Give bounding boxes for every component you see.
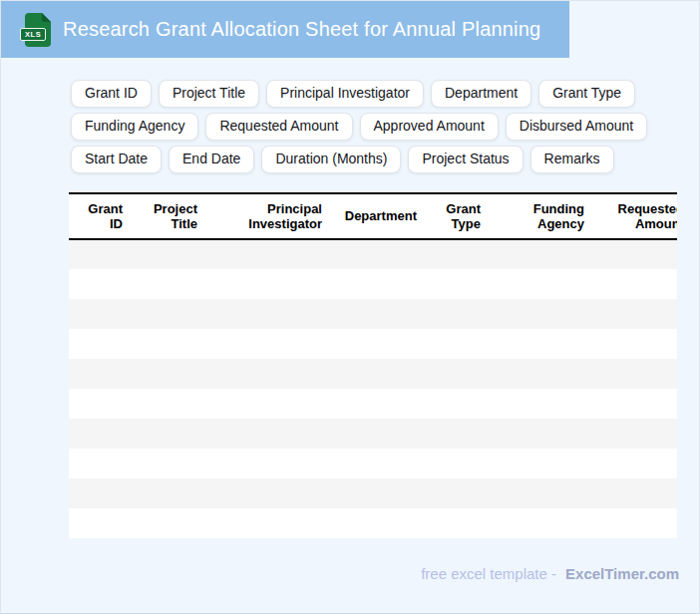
table-row (69, 239, 677, 269)
table-cell (69, 419, 126, 449)
table-cell (126, 359, 200, 389)
table-cell (126, 329, 200, 359)
table-row (69, 389, 677, 419)
column-chip: Remarks (530, 146, 614, 173)
footer-brand-link[interactable]: ExcelTimer.com (565, 565, 679, 582)
column-chip: Principal Investigator (266, 80, 424, 108)
table-row (69, 449, 677, 478)
table-cell (420, 508, 484, 538)
table-cell (420, 239, 484, 269)
column-chip: Department (431, 80, 531, 108)
column-header: GrantID (69, 193, 126, 239)
column-chip: End Date (169, 146, 254, 173)
table-cell (200, 419, 325, 449)
table-cell (325, 449, 420, 478)
table-cell (69, 478, 126, 508)
table-cell (325, 329, 420, 359)
table-cell (126, 389, 200, 419)
table-cell (420, 419, 484, 449)
table-cell (69, 239, 126, 269)
table-cell (484, 359, 587, 389)
table-cell (200, 269, 325, 299)
template-preview-page: XLS Research Grant Allocation Sheet for … (0, 0, 700, 614)
table-cell (69, 359, 126, 389)
table-cell (200, 449, 325, 478)
table-row (69, 329, 677, 359)
table-header-row: GrantIDProjectTitlePrincipalInvestigator… (69, 193, 677, 239)
table-cell (587, 508, 677, 538)
table-cell (200, 508, 325, 538)
grant-table-container: GrantIDProjectTitlePrincipalInvestigator… (69, 192, 677, 538)
table-cell (126, 239, 200, 269)
table-cell (484, 299, 587, 329)
table-cell (484, 419, 587, 449)
table-cell (126, 299, 200, 329)
chip-row: Grant IDProject TitlePrincipal Investiga… (71, 80, 647, 108)
column-header: PrincipalInvestigator (200, 193, 325, 239)
table-cell (484, 508, 587, 538)
table-cell (587, 329, 677, 359)
table-cell (200, 239, 325, 269)
table-cell (325, 389, 420, 419)
table-cell (69, 269, 126, 299)
column-header: ProjectTitle (126, 193, 200, 239)
table-cell (325, 478, 420, 508)
table-cell (484, 478, 587, 508)
footer-tagline: free excel template - (421, 565, 556, 582)
table-cell (325, 299, 420, 329)
table-row (69, 269, 677, 299)
page-title: Research Grant Allocation Sheet for Annu… (63, 18, 540, 41)
table-cell (126, 419, 200, 449)
table-cell (200, 329, 325, 359)
column-header: RequestedAmount (587, 193, 677, 239)
table-cell (325, 239, 420, 269)
column-chip: Grant ID (71, 80, 152, 108)
column-chip: Duration (Months) (261, 146, 401, 173)
table-cell (200, 359, 325, 389)
table-cell (587, 239, 677, 269)
grant-table: GrantIDProjectTitlePrincipalInvestigator… (69, 192, 677, 538)
table-cell (126, 478, 200, 508)
table-cell (587, 269, 677, 299)
table-cell (484, 269, 587, 299)
column-chip: Project Title (159, 80, 259, 108)
column-chip: Funding Agency (71, 113, 198, 141)
chip-row: Start DateEnd DateDuration (Months)Proje… (71, 146, 647, 173)
header-banner: XLS Research Grant Allocation Sheet for … (1, 1, 569, 58)
table-cell (325, 269, 420, 299)
footer: free excel template - ExcelTimer.com (421, 565, 679, 582)
table-cell (484, 389, 587, 419)
table-cell (587, 299, 677, 329)
table-cell (200, 478, 325, 508)
table-row (69, 478, 677, 508)
table-cell (69, 508, 126, 538)
column-chip: Requested Amount (205, 113, 352, 141)
table-cell (587, 419, 677, 449)
table-cell (126, 449, 200, 478)
table-cell (420, 329, 484, 359)
table-cell (69, 329, 126, 359)
column-header: FundingAgency (484, 193, 587, 239)
table-cell (587, 359, 677, 389)
table-cell (69, 389, 126, 419)
table-cell (325, 419, 420, 449)
table-cell (420, 389, 484, 419)
column-chip: Project Status (408, 146, 523, 173)
table-row (69, 299, 677, 329)
xls-file-icon: XLS (25, 13, 51, 47)
table-cell (420, 299, 484, 329)
table-row (69, 419, 677, 449)
table-cell (484, 239, 587, 269)
table-cell (420, 449, 484, 478)
table-cell (325, 508, 420, 538)
table-row (69, 359, 677, 389)
table-row (69, 508, 677, 538)
chip-row: Funding AgencyRequested AmountApproved A… (71, 113, 647, 141)
column-chip: Grant Type (538, 80, 635, 108)
table-cell (69, 299, 126, 329)
column-header: GrantType (420, 193, 484, 239)
column-header: Department (325, 193, 420, 239)
table-cell (420, 478, 484, 508)
table-cell (484, 449, 587, 478)
table-cell (69, 449, 126, 478)
